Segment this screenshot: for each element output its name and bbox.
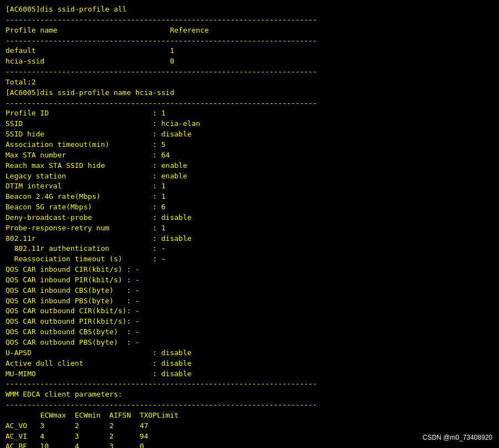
watermark: CSDN @m0_73408920 [423,434,492,441]
terminal-output: [AC6005]dis ssid-profile all -----------… [6,4,493,448]
